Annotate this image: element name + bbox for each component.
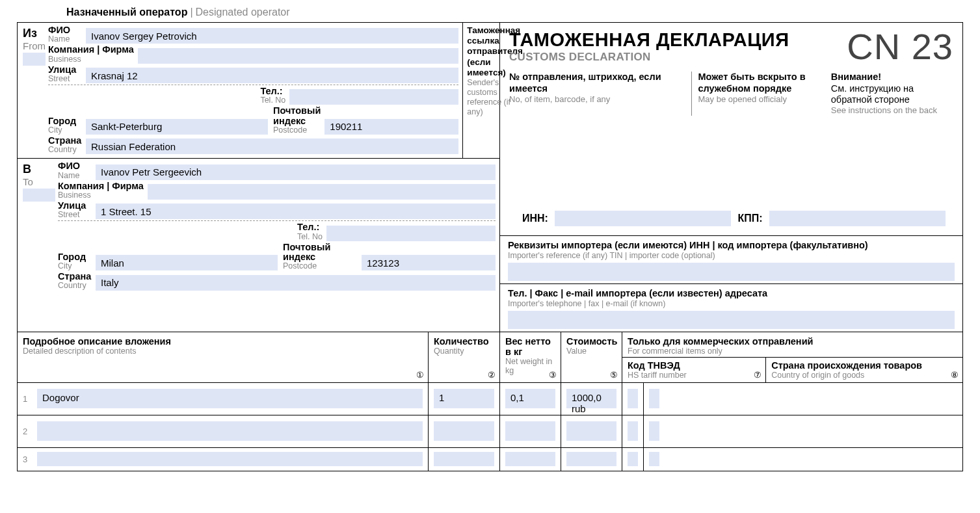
item-origin-input[interactable] [649,452,659,466]
item-qty-input[interactable] [434,421,494,441]
to-name-input[interactable] [96,164,496,180]
item-qty-input[interactable] [434,452,494,466]
item-barcode-note: № отправления, штрихкод, если имеется No… [509,72,681,116]
name-label: ФИОName [48,25,86,44]
item-hs-input[interactable] [628,421,638,441]
to-tel-input[interactable] [326,226,496,241]
item-hs-input[interactable] [628,452,638,466]
tel-label: Тел.:Tel. No [260,86,289,105]
from-postcode-input[interactable] [324,119,458,135]
item-hs-input[interactable] [628,389,638,408]
street-label: УлицаStreet [48,65,86,83]
to-postcode-input[interactable] [362,255,496,270]
declaration-header: ТАМОЖЕННАЯ ДЕКЛАРАЦИЯ CUSTOMS DECLARATIO… [500,23,962,235]
item-value-input[interactable]: 1000,0 rub [566,389,616,408]
item-origin-input[interactable] [649,421,659,441]
item-origin-input[interactable] [649,389,659,408]
item-weight-input[interactable]: 0,1 [505,389,555,408]
to-label: В To [18,159,58,294]
to-city-input[interactable] [96,255,278,270]
item-desc-input[interactable] [37,421,423,441]
from-section: Из From ФИОName Компания | ФирмаBusiness [18,23,499,159]
item-desc-input[interactable] [37,452,423,466]
table-row: 2 [18,415,962,447]
kpp-input[interactable] [769,211,946,226]
importer-contact: Тел. | Факс | e-mail импортера (если изв… [500,283,962,332]
table-row: 1Dogovor 1 0,1 1000,0 rub [18,382,962,415]
form-code: CN 23 [847,29,953,64]
from-tel-input[interactable] [289,89,458,105]
city-label: ГородCity [48,116,86,135]
postcode-label: Почтовый индексPostcode [273,106,324,135]
importer-tel-input[interactable] [508,311,955,329]
table-row: 3 [18,447,962,471]
inn-input[interactable] [555,211,731,226]
from-label: Из From [18,23,48,158]
item-weight-input[interactable] [505,452,555,466]
from-city-input[interactable] [86,119,268,135]
item-weight-input[interactable] [505,421,555,441]
country-label: СтранаCountry [48,136,86,154]
inn-label: ИНН: [522,213,548,224]
from-business-input[interactable] [138,48,458,64]
business-label: Компания | ФирмаBusiness [48,45,138,63]
item-value-input[interactable] [566,452,616,466]
item-qty-input[interactable]: 1 [434,389,494,408]
may-be-opened-note: Может быть вскрыто в служебном порядке M… [691,72,821,116]
attention-note: Внимание! См. инструкцию на обратной сто… [831,72,953,116]
to-business-input[interactable] [148,184,496,200]
to-country-input[interactable] [96,275,496,291]
importer-ref-input[interactable] [508,263,955,281]
to-section: В To ФИОName Компания | ФирмаBusiness [18,159,499,294]
kpp-label: КПП: [737,213,762,224]
designated-operator: Назначенный оператор|Designated operator [17,0,963,22]
to-street-input[interactable] [96,204,496,219]
from-country-input[interactable] [86,138,458,154]
importer-reference: Реквизиты импортера (если имеются) ИНН |… [500,235,962,283]
from-name-input[interactable] [86,28,458,44]
item-value-input[interactable] [566,421,616,441]
item-desc-input[interactable]: Dogovor [37,389,423,408]
from-street-input[interactable] [86,68,458,83]
contents-table-header: Подробное описание вложения Detailed des… [18,332,962,382]
